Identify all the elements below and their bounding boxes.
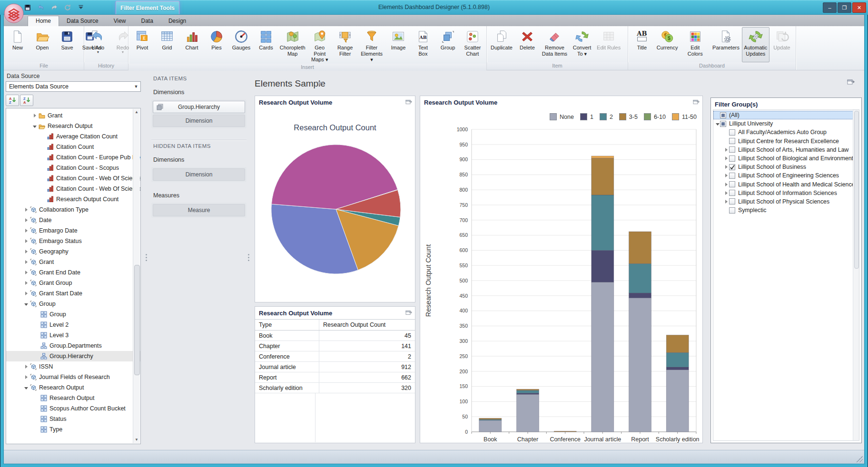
tab-home[interactable]: Home xyxy=(28,16,59,26)
grid-button[interactable]: Grid xyxy=(155,27,179,64)
filter-item--all-[interactable]: (All) xyxy=(713,111,859,119)
tree-item-level-2[interactable]: Level 2 xyxy=(6,320,140,330)
resize-grip[interactable] xyxy=(856,456,863,462)
tree-item-date[interactable]: Date xyxy=(6,215,140,225)
tree-item-grant-start-date[interactable]: Grant Start Date xyxy=(6,288,140,299)
tree-item-research-output[interactable]: Research Output xyxy=(6,393,140,403)
splitter-handle[interactable] xyxy=(145,243,148,272)
tree-item-citation-count-europe-pub-me-[interactable]: Citation Count - Europe Pub Me... xyxy=(6,152,140,163)
filter-scroll-thumb[interactable] xyxy=(854,111,859,269)
table-row[interactable]: Book45 xyxy=(255,331,415,341)
filter-scrollbar[interactable] xyxy=(853,110,859,440)
refresh-icon[interactable] xyxy=(63,3,72,12)
tree-item-research-output[interactable]: Research Output xyxy=(6,382,140,393)
tree-item-research-output[interactable]: Research Output xyxy=(6,121,140,131)
tree-item-grant-group[interactable]: Grant Group xyxy=(6,278,140,288)
filter-item-lilliput-school-of-arts-humanities-and-law[interactable]: Lilliput School of Arts, Humanities and … xyxy=(713,146,859,154)
tree-item-status[interactable]: Status xyxy=(6,414,140,424)
customize-dropdown-icon[interactable] xyxy=(76,3,86,12)
filter-item-lilliput-school-of-health-and-medical-sciences[interactable]: Lilliput School of Health and Medical Sc… xyxy=(713,180,859,189)
filter-tree[interactable]: (All)Lilliput UniversityAll Faculty/Acad… xyxy=(713,109,859,441)
checkbox-none[interactable] xyxy=(729,190,735,196)
checkbox-none[interactable] xyxy=(729,146,735,153)
automatic-updates-button[interactable]: Automatic Updates xyxy=(742,27,769,62)
checkbox-none[interactable] xyxy=(729,156,735,162)
filter-item-lilliput-school-of-biological-and-environmental-science[interactable]: Lilliput School of Biological and Enviro… xyxy=(713,154,859,163)
expand-icon[interactable] xyxy=(724,200,729,204)
data-item-group-hierarchy[interactable]: Group.Hierarchy xyxy=(153,101,245,113)
convert-to-button[interactable]: Convert To ▾ xyxy=(570,27,594,62)
collapse-icon[interactable] xyxy=(715,122,720,126)
new-button[interactable]: New xyxy=(5,27,30,62)
remove-data-items-button[interactable]: Remove Data Items xyxy=(540,27,570,62)
title-button[interactable]: ABTitle xyxy=(630,27,654,62)
expand-icon[interactable] xyxy=(23,271,29,274)
tree-item-grant-end-date[interactable]: Grant End Date xyxy=(6,267,140,278)
checkbox-none[interactable] xyxy=(729,173,735,179)
geo-point-maps-button[interactable]: Geo Point Maps ▾ xyxy=(306,27,333,64)
expand-icon[interactable] xyxy=(23,365,29,369)
redo-button[interactable]: Redo▼ xyxy=(110,27,135,62)
tree-item-group-departments[interactable]: Group.Departments xyxy=(6,341,140,351)
save-button[interactable]: Save xyxy=(55,27,79,62)
cards-button[interactable]: Cards xyxy=(254,27,278,64)
collapse-icon[interactable] xyxy=(23,302,29,306)
table-row[interactable]: Chapter141 xyxy=(255,341,415,351)
tree-item-research-output-count[interactable]: Research Output Count xyxy=(6,194,140,204)
table-row[interactable]: Report662 xyxy=(255,372,415,383)
app-logo-icon[interactable] xyxy=(3,2,25,24)
collapse-icon[interactable] xyxy=(23,386,29,389)
tree-item-citation-count-scopus[interactable]: Citation Count - Scopus xyxy=(6,163,140,173)
expand-icon[interactable] xyxy=(23,375,29,379)
placeholder-dimension[interactable]: Dimension xyxy=(153,168,245,181)
checkbox-partial[interactable] xyxy=(720,121,726,127)
expand-icon[interactable] xyxy=(32,114,38,117)
expand-icon[interactable] xyxy=(23,229,29,233)
tree-item-group[interactable]: Group xyxy=(6,309,140,320)
gauges-button[interactable]: Gauges xyxy=(229,27,254,64)
sort-az-button[interactable]: AZ xyxy=(6,95,19,106)
redo-icon[interactable] xyxy=(49,3,59,12)
tree-item-geography[interactable]: Geography xyxy=(6,246,140,257)
tree-item-issn[interactable]: ISSN xyxy=(6,361,140,372)
maximize-button[interactable]: ❐ xyxy=(838,2,851,13)
range-filter-button[interactable]: Range Filter xyxy=(333,27,357,64)
tab-design[interactable]: Design xyxy=(161,16,194,26)
tree-item-grant[interactable]: Grant xyxy=(6,110,140,121)
column-header-research-output-count[interactable]: Research Output Count xyxy=(319,320,415,331)
tree-scroll-thumb[interactable] xyxy=(134,265,140,375)
tree-item-type[interactable]: Type xyxy=(6,424,140,435)
tree-item-grant[interactable]: Grant xyxy=(6,257,140,267)
edit-colors-button[interactable]: Edit Colors xyxy=(680,27,710,62)
delete-button[interactable]: Delete xyxy=(515,27,540,62)
data-source-select[interactable]: Elements Data Source ▼ xyxy=(6,81,141,92)
open-button[interactable]: Open xyxy=(30,27,55,62)
filter-item-lilliput-school-of-engineering-sciences[interactable]: Lilliput School of Engineering Sciences xyxy=(713,171,859,180)
checkbox-none[interactable] xyxy=(729,181,735,187)
expand-icon[interactable] xyxy=(724,191,729,195)
filter-item-lilliput-university[interactable]: Lilliput University xyxy=(713,119,859,128)
expand-icon[interactable] xyxy=(23,260,29,264)
pies-button[interactable]: Pies xyxy=(204,27,229,64)
duplicate-button[interactable]: Duplicate xyxy=(488,27,515,62)
title-bar[interactable]: Filter Element Tools Elements Dashboard … xyxy=(0,0,868,15)
tree-item-journal-fields-of-research[interactable]: Journal Fields of Research xyxy=(6,372,140,382)
column-header-type[interactable]: Type xyxy=(255,320,319,331)
expand-icon[interactable] xyxy=(23,250,29,253)
expand-icon[interactable] xyxy=(23,239,29,243)
group-button[interactable]: Group xyxy=(435,27,460,64)
choropleth-map-button[interactable]: Choropleth Map xyxy=(278,27,306,64)
tree-item-level-3[interactable]: Level 3 xyxy=(6,330,140,341)
panel-maximize-icon[interactable] xyxy=(405,310,412,315)
filter-item-symplectic[interactable]: Symplectic xyxy=(713,206,859,214)
field-tree[interactable]: GrantResearch OutputAverage Citation Cou… xyxy=(6,108,141,444)
expand-icon[interactable] xyxy=(724,174,729,177)
context-tab-filter-element-tools[interactable]: Filter Element Tools xyxy=(116,1,179,15)
tree-item-collaboration-type[interactable]: Collaboration Type xyxy=(6,204,140,215)
tree-item-citation-count-web-of-science-[interactable]: Citation Count - Web Of Science... xyxy=(6,184,140,194)
filter-item-all-faculty-academics-auto-group[interactable]: All Faculty/Academics Auto Group xyxy=(713,128,859,136)
bar-chart-panel[interactable]: Research Output Volume None123-56-1011-5… xyxy=(420,96,703,443)
filter-group-panel[interactable]: Filter Group(s) (All)Lilliput University… xyxy=(710,97,862,443)
dashboard-menu-icon[interactable] xyxy=(847,78,855,85)
table-row[interactable]: Conference2 xyxy=(255,351,415,362)
